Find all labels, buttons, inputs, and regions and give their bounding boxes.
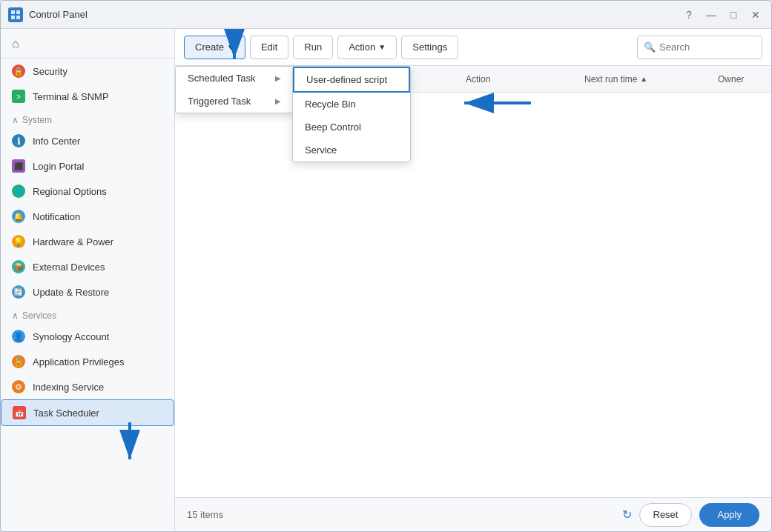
external-icon: 📦 [12,260,25,273]
sidebar-item-update[interactable]: 🔄 Update & Restore [1,279,174,305]
sidebar-label-notification: Notification [33,211,80,222]
sidebar-label-synology-account: Synology Account [33,331,109,342]
search-wrapper: 🔍 [637,36,762,59]
svg-rect-2 [11,16,15,19]
svg-rect-3 [16,16,20,19]
apply-button[interactable]: Apply [699,503,759,527]
app-icon [8,7,23,22]
col-header-run: Run [392,74,466,84]
sidebar-item-regional[interactable]: 🌐 Regional Options [1,179,174,204]
svg-rect-0 [11,10,15,14]
action-dropdown-arrow: ▼ [378,43,386,51]
col-header-action: Action [466,74,584,84]
sidebar-item-external[interactable]: 📦 External Devices [1,254,174,279]
reset-button[interactable]: Reset [639,503,693,527]
login-portal-icon: ⬛ [12,159,25,173]
sidebar-item-terminal[interactable]: > Terminal & SNMP [1,84,174,109]
run-label: Run [304,41,322,53]
info-center-icon: ℹ [12,134,25,147]
sidebar: ⌂ 🔒 Security > Terminal & SNMP ∧ System … [1,29,175,531]
section-services: ∧ Services [1,305,174,324]
regional-icon: 🌐 [12,184,25,198]
edit-button[interactable]: Edit [250,36,288,59]
footer-bar: 15 items ↻ Reset Apply [175,497,771,531]
sidebar-label-indexing: Indexing Service [33,382,104,393]
create-dropdown-arrow: ▼ [227,43,234,51]
sidebar-label-task-scheduler: Task Scheduler [33,408,99,419]
terminal-icon: > [12,90,25,103]
sidebar-item-login-portal[interactable]: ⬛ Login Portal [1,153,174,179]
synology-account-icon: 👤 [12,330,25,343]
create-label: Create [195,41,224,53]
title-bar: Control Panel ? — □ ✕ [1,1,771,29]
sidebar-item-security[interactable]: 🔒 Security [1,59,174,84]
sidebar-label-login-portal: Login Portal [33,161,84,172]
action-button[interactable]: Action ▼ [337,36,397,59]
create-button[interactable]: Create ▼ [184,36,245,59]
sidebar-label-app-privileges: Application Privileges [33,356,125,368]
sidebar-item-app-privileges[interactable]: 🔓 Application Privileges [1,349,174,374]
table-body [175,93,771,497]
svg-rect-1 [16,10,20,14]
window-title: Control Panel [29,9,681,20]
task-scheduler-icon: 📅 [13,406,26,419]
sidebar-item-notification[interactable]: 🔔 Notification [1,204,174,229]
col-header-next-run: Next run time ▲ [584,74,718,84]
section-label-system: System [22,115,52,125]
section-collapse-services-icon: ∧ [12,310,19,321]
sidebar-home[interactable]: ⌂ [1,29,174,59]
sidebar-item-task-scheduler[interactable]: 📅 Task Scheduler [1,399,174,426]
items-count: 15 items [187,509,223,520]
col-header-status: Status [332,74,392,84]
sidebar-item-info-center[interactable]: ℹ Info Center [1,128,174,153]
col-header-owner: Owner [718,74,762,84]
maximize-button[interactable]: □ [725,7,742,23]
sidebar-item-hardware[interactable]: 💡 Hardware & Power [1,229,174,254]
home-icon: ⌂ [12,37,19,50]
section-system: ∧ System [1,109,174,128]
search-input[interactable] [659,41,756,53]
refresh-button[interactable]: ↻ [622,508,632,522]
main-content: ⌂ 🔒 Security > Terminal & SNMP ∧ System … [1,29,771,531]
section-label-services: Services [22,310,56,321]
sidebar-label-regional: Regional Options [33,186,107,197]
hardware-icon: 💡 [12,235,25,248]
control-panel-window: Control Panel ? — □ ✕ ⌂ 🔒 Security > Ter… [0,0,772,532]
window-controls: ? — □ ✕ [681,7,764,23]
close-button[interactable]: ✕ [748,7,764,23]
indexing-icon: ⚙ [12,380,25,393]
run-button[interactable]: Run [293,36,333,59]
settings-button[interactable]: Settings [401,36,458,59]
edit-label: Edit [261,41,277,53]
right-panel: Create ▼ Edit Run Action ▼ Settings [175,29,771,531]
col-header-name: Task name [184,74,332,84]
update-icon: 🔄 [12,285,25,299]
security-icon: 🔒 [12,64,25,78]
notification-icon: 🔔 [12,210,25,223]
sidebar-item-synology-account[interactable]: 👤 Synology Account [1,324,174,349]
sidebar-label-hardware: Hardware & Power [33,236,113,247]
action-label: Action [349,41,375,53]
settings-label: Settings [412,41,447,53]
section-collapse-icon: ∧ [12,115,19,125]
table-header: Task name Status Run Action Next run tim… [175,66,771,93]
sidebar-item-indexing[interactable]: ⚙ Indexing Service [1,374,174,399]
sidebar-label-terminal: Terminal & SNMP [33,91,109,102]
app-privileges-icon: 🔓 [12,355,25,368]
sidebar-label-external: External Devices [33,262,105,273]
sidebar-label-security: Security [33,66,67,77]
minimize-button[interactable]: — [703,7,719,23]
search-icon: 🔍 [644,41,656,53]
help-button[interactable]: ? [681,7,697,23]
sidebar-label-update: Update & Restore [33,287,109,298]
toolbar: Create ▼ Edit Run Action ▼ Settings [175,29,771,66]
sidebar-label-info-center: Info Center [33,136,80,147]
